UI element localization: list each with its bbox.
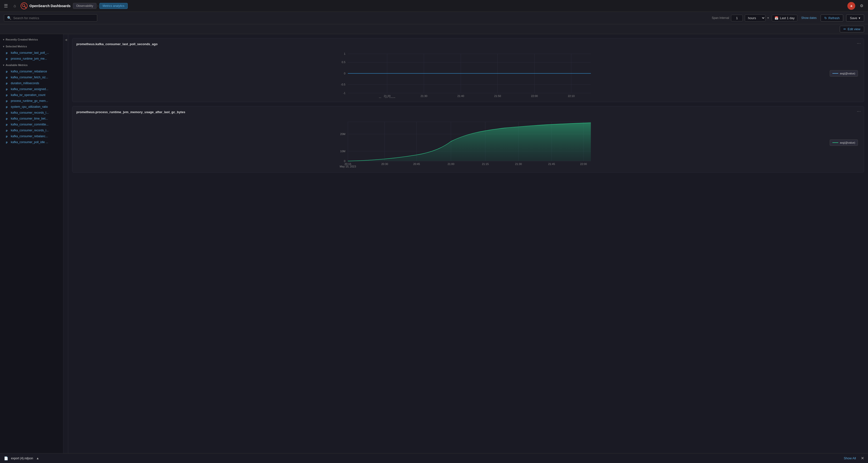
chart-menu-button-1[interactable]: ··· (857, 41, 861, 46)
available-metric-name-3: kafka_consumer_assigned... (11, 87, 49, 91)
breadcrumb-observability[interactable]: Observability (73, 3, 96, 9)
hamburger-button[interactable]: ☰ (3, 2, 9, 9)
p-icon: p (6, 76, 9, 79)
selected-metric-name-1: process_runtime_jvm_me... (11, 57, 47, 60)
app-title: OpenSearch Dashboards (29, 4, 70, 8)
p-icon: p (6, 70, 9, 73)
selected-metrics-section-header[interactable]: ▾ Selected Metrics (0, 43, 63, 50)
save-button[interactable]: Save ▾ (846, 14, 864, 22)
span-value-input[interactable]: 1 (731, 15, 743, 21)
legend-line-icon (832, 143, 838, 143)
available-metric-item-8[interactable]: p kafka_consumer_time_bet... (0, 116, 63, 122)
available-metrics-section-header[interactable]: ▾ Available Metrics (0, 62, 63, 68)
edit-view-label: Edit view (848, 27, 860, 31)
sidebar: ▾ Recently Created Metrics ▾ Selected Me… (0, 34, 63, 463)
chart-menu-button-2[interactable]: ··· (857, 109, 861, 114)
show-dates-button[interactable]: Show dates (800, 15, 818, 21)
x-label: 20:45 (413, 162, 420, 165)
available-metric-name-0: kafka_consumer_rebalance (11, 70, 47, 73)
x-label: 21:30 (421, 94, 427, 97)
y-label: -1 (343, 92, 345, 94)
available-metric-item-5[interactable]: p process_runtime_go_mem... (0, 98, 63, 104)
selected-metric-item-1[interactable]: p process_runtime_jvm_me... (0, 56, 63, 62)
settings-button[interactable]: ⚙ (858, 2, 865, 9)
date-range-button[interactable]: 📅 Last 1 day (772, 15, 797, 21)
settings-icon: ⚙ (860, 3, 863, 8)
y-label: 1 (344, 52, 345, 55)
nav-right-actions: a ⚙ (847, 2, 865, 10)
y-label-10m: 10M (340, 150, 345, 153)
chart-title-1: prometheus.kafka_consumer_last_poll_seco… (76, 42, 860, 46)
available-metric-item-12[interactable]: p kafka_consumer_poll_idle ... (0, 139, 63, 145)
chart-container-2: 20M 10M 0 20:15 May 15, 2023 20:30 20:45… (76, 117, 860, 168)
p-icon: p (6, 94, 9, 96)
collapse-icon: ◀ (64, 37, 68, 42)
expand-icon[interactable]: ▲ (36, 456, 39, 460)
refresh-button[interactable]: ↻ Refresh (820, 14, 843, 22)
search-input[interactable] (13, 16, 94, 20)
search-container: 🔍 (4, 14, 97, 22)
p-icon: p (6, 135, 9, 138)
x-label: 21:40 (457, 94, 464, 97)
available-metric-item-11[interactable]: p kafka_consumer_rebalanc... (0, 133, 63, 139)
edit-view-button[interactable]: ✏ Edit view (840, 26, 864, 32)
available-metric-item-9[interactable]: p kafka_consumer_committe... (0, 122, 63, 127)
app-logo: OpenSearch Dashboards (21, 2, 70, 9)
span-unit-select[interactable]: hours minutes days (745, 14, 765, 22)
x-label: 21:30 (515, 162, 522, 165)
refresh-icon: ↻ (824, 16, 827, 20)
p-icon: p (6, 82, 9, 85)
p-icon: p (6, 141, 9, 144)
close-button[interactable]: ✕ (861, 456, 864, 461)
x-label: 21:50 (494, 94, 501, 97)
recently-created-section-header[interactable]: ▾ Recently Created Metrics (0, 36, 63, 43)
chart-legend-1: avg(@value) (830, 70, 858, 76)
available-metric-name-12: kafka_consumer_poll_idle ... (11, 141, 48, 144)
p-icon: p (6, 111, 9, 114)
p-icon-0: p (6, 51, 9, 54)
sidebar-collapse-handle[interactable]: ◀ (63, 34, 68, 463)
available-metric-item-2[interactable]: p duration_milliseconds (0, 80, 63, 86)
top-navigation: ☰ ⌂ OpenSearch Dashboards Observability … (0, 0, 868, 12)
file-name: export (4).ndjson (11, 457, 33, 460)
search-icon: 🔍 (7, 16, 11, 20)
svg-point-0 (21, 3, 27, 9)
svg-line-2 (25, 6, 26, 8)
available-metric-name-9: kafka_consumer_committe... (11, 123, 49, 126)
avatar[interactable]: a (847, 2, 855, 10)
legend-line-icon (832, 73, 838, 74)
home-button[interactable]: ⌂ (11, 2, 18, 9)
show-all-button[interactable]: Show All (842, 455, 858, 461)
available-metric-item-0[interactable]: p kafka_consumer_rebalance (0, 68, 63, 74)
x-label: 21:15 (482, 162, 489, 165)
x-label: 22:00 (580, 162, 587, 165)
available-metric-item-1[interactable]: p kafka_consumer_fetch_siz... (0, 74, 63, 80)
breadcrumb-metrics-analytics[interactable]: Metrics analytics (99, 3, 128, 9)
available-metric-name-2: duration_milliseconds (11, 82, 39, 85)
save-chevron-icon: ▾ (859, 16, 860, 20)
y-label: 0 (344, 72, 345, 75)
chart-area-fill (348, 123, 591, 161)
available-metric-item-7[interactable]: p kafka_consumer_records_l... (0, 110, 63, 116)
file-icon: 📄 (4, 456, 8, 460)
available-metric-item-4[interactable]: p kafka_isr_operation_count (0, 92, 63, 98)
chart-legend-2: avg(@value) (830, 140, 858, 146)
available-metric-name-8: kafka_consumer_time_bet... (11, 117, 48, 120)
selected-metric-item-0[interactable]: p kafka_consumer_last_poll_... (0, 50, 63, 56)
span-interval-label: Span Interval (712, 16, 729, 20)
opensearch-logo-icon (21, 2, 28, 9)
available-metric-name-11: kafka_consumer_rebalanc... (11, 134, 48, 138)
selected-metrics-label: Selected Metrics (6, 45, 27, 48)
breadcrumb: Observability › Metrics analytics (73, 3, 845, 9)
available-metrics-label: Available Metrics (6, 64, 28, 66)
x-label: 22:00 (531, 94, 538, 97)
available-metric-item-3[interactable]: p kafka_consumer_assigned... (0, 86, 63, 92)
p-icon: p (6, 117, 9, 120)
available-metric-item-6[interactable]: p system_cpu_utilization_ratio (0, 104, 63, 110)
bottom-bar: 📄 export (4).ndjson ▲ Show All ✕ (0, 453, 868, 463)
content-area: prometheus.kafka_consumer_last_poll_seco… (68, 34, 868, 463)
chevron-down-icon: ▾ (3, 64, 4, 66)
available-metric-name-4: kafka_isr_operation_count (11, 93, 45, 97)
available-metric-item-10[interactable]: p kafka_consumer_records_l... (0, 127, 63, 133)
p-icon: p (6, 105, 9, 108)
